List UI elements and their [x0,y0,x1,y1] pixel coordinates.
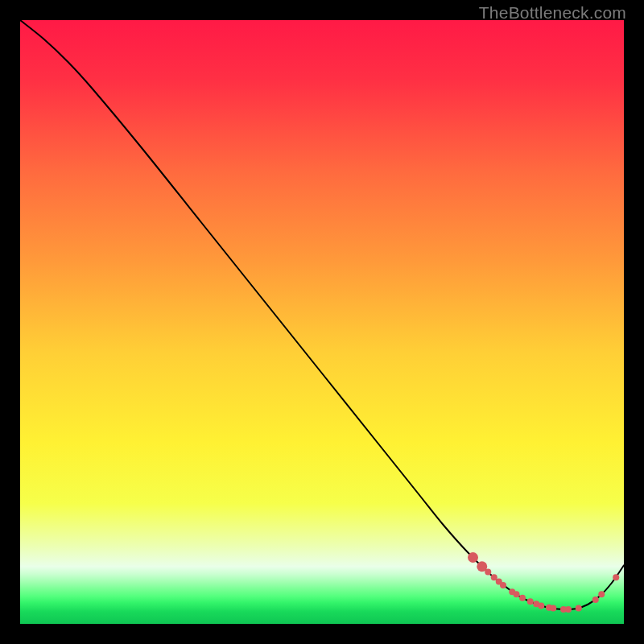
data-marker [514,591,520,597]
data-marker [592,597,599,603]
data-marker [491,574,497,580]
data-marker [565,606,572,613]
data-marker [468,552,478,563]
data-marker [576,605,582,612]
chart-plot-area [20,20,624,624]
chart-stage: TheBottleneck.com [0,0,644,644]
data-marker [538,603,544,609]
data-marker [500,582,506,588]
data-marker [519,595,526,601]
watermark-label: TheBottleneck.com [479,3,626,23]
data-marker [598,591,605,597]
data-marker [550,605,556,612]
data-marker [485,569,491,576]
data-marker [613,574,619,580]
data-marker [527,598,534,605]
chart-svg [20,20,624,624]
